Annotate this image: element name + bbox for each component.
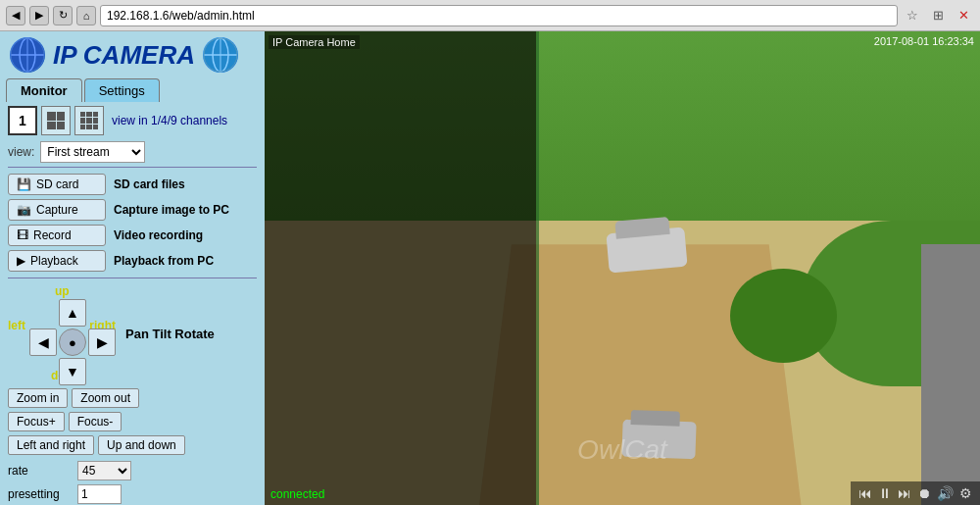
camera-overlay-label: IP Camera Home	[269, 35, 360, 49]
camera-status-text: connected	[270, 487, 324, 501]
divider-2	[8, 278, 257, 278]
playback-button[interactable]: ▶ Playback	[8, 250, 106, 272]
channel-1-button[interactable]: 1	[8, 106, 37, 135]
tab-monitor[interactable]: Monitor	[6, 78, 82, 102]
capture-desc: Capture image to PC	[114, 203, 229, 217]
presetting-input[interactable]	[77, 484, 122, 504]
camera-panel: IP Camera Home 2017-08-01 16:23:34 OwlCa…	[265, 31, 980, 505]
scene-grass2	[730, 269, 838, 364]
focus-row: Focus+ Focus-	[8, 412, 257, 431]
capture-button[interactable]: 📷 Capture	[8, 199, 106, 221]
ptz-grid: ▲ ◀ ● ▶ ▼	[29, 299, 116, 385]
ptz-up-label: up	[55, 284, 70, 298]
globe-right-icon	[203, 37, 238, 73]
tab-bar: Monitor Settings	[0, 78, 265, 102]
ptz-center-button[interactable]: ●	[59, 328, 86, 356]
ptz-section: up left right down ▲ ◀ ●	[0, 280, 265, 386]
ptz-left-button[interactable]: ◀	[29, 328, 57, 356]
playback-row: ▶ Playback Playback from PC	[8, 250, 257, 272]
playback-label: Playback	[30, 254, 78, 268]
zoom-out-button[interactable]: Zoom out	[72, 388, 139, 408]
record-icon: 🎞	[17, 228, 28, 242]
capture-row: 📷 Capture Capture image to PC	[8, 199, 257, 221]
record-desc: Video recording	[114, 228, 203, 242]
settings-section: rate 45 30 15 10 presetting	[0, 457, 265, 505]
record-label: Record	[33, 228, 72, 242]
sd-card-label: SD card	[36, 177, 78, 191]
nav-home-button[interactable]: ⌂	[76, 6, 96, 25]
rate-row: rate 45 30 15 10	[8, 461, 257, 480]
cam-settings-icon[interactable]: ⚙	[959, 485, 972, 501]
ptz-left-label: left	[8, 319, 25, 332]
nav-forward-button[interactable]: ▶	[29, 6, 49, 25]
camera-feed: IP Camera Home 2017-08-01 16:23:34 OwlCa…	[265, 31, 980, 505]
channel-1-icon: 1	[19, 113, 26, 128]
capture-icon: 📷	[17, 203, 31, 217]
left-right-button[interactable]: Left and right	[8, 435, 94, 455]
view-label: view:	[8, 145, 34, 159]
up-down-button[interactable]: Up and down	[98, 435, 185, 455]
building-right	[921, 244, 980, 505]
browser-chrome: ◀ ▶ ↻ ⌂ ☆ ⊞ ✕	[0, 0, 980, 31]
presetting-row: presetting	[8, 484, 257, 504]
channel-4-icon	[47, 112, 65, 129]
main-content: IP CAMERA Monitor Settings 1	[0, 31, 980, 505]
channel-4-button[interactable]	[41, 106, 71, 135]
divider-1	[8, 167, 257, 168]
focus-minus-button[interactable]: Focus-	[69, 412, 122, 431]
camera-timestamp: 2017-08-01 16:23:34	[874, 35, 974, 47]
url-bar[interactable]	[100, 5, 898, 26]
view-select[interactable]: First stream Second stream	[40, 141, 145, 163]
record-button[interactable]: 🎞 Record	[8, 225, 106, 246]
channel-9-button[interactable]	[74, 106, 104, 135]
presetting-label: presetting	[8, 487, 72, 501]
cam-record-icon[interactable]: ⏺	[917, 485, 931, 501]
rate-label: rate	[8, 464, 72, 478]
channel-section: 1 view in 1/4/9 channels	[0, 102, 265, 139]
zoom-row: Zoom in Zoom out	[8, 388, 257, 408]
header-logo: IP CAMERA	[0, 31, 265, 78]
channel-hint-text: view in 1/4/9 channels	[112, 114, 227, 127]
channel-9-icon	[80, 112, 98, 129]
camera-controls-bar: ⏮ ⏸ ⏭ ⏺ 🔊 ⚙	[851, 481, 980, 505]
capture-label: Capture	[36, 203, 78, 217]
menu-icon[interactable]: ⊞	[927, 5, 949, 26]
ptz-right-button[interactable]: ▶	[88, 328, 116, 356]
bookmark-icon[interactable]: ☆	[902, 5, 923, 26]
car-upper	[607, 227, 688, 273]
ptz-down-button[interactable]: ▼	[59, 358, 86, 385]
zoom-in-button[interactable]: Zoom in	[8, 388, 68, 408]
focus-plus-button[interactable]: Focus+	[8, 412, 65, 431]
ptz-desc-text: Pan Tilt Rotate	[125, 327, 215, 341]
view-row: view: First stream Second stream	[0, 139, 265, 165]
cam-pause-icon[interactable]: ⏸	[878, 485, 892, 501]
zoom-section: Zoom in Zoom out Focus+ Focus- Left and …	[0, 386, 265, 457]
nav-back-button[interactable]: ◀	[6, 6, 25, 25]
fence-pole	[536, 31, 539, 505]
cam-play-icon[interactable]: ⏮	[858, 485, 872, 501]
logo-text: IP CAMERA	[53, 40, 195, 71]
camera-scene: IP Camera Home 2017-08-01 16:23:34 OwlCa…	[265, 31, 980, 505]
playback-desc: Playback from PC	[114, 254, 214, 268]
globe-left-icon	[10, 37, 45, 73]
record-row: 🎞 Record Video recording	[8, 225, 257, 246]
cam-volume-icon[interactable]: 🔊	[937, 485, 954, 501]
close-browser-icon[interactable]: ✕	[953, 5, 974, 26]
left-panel: IP CAMERA Monitor Settings 1	[0, 31, 265, 505]
sd-card-icon: 💾	[17, 177, 31, 191]
playback-icon: ▶	[17, 254, 25, 268]
sd-card-button[interactable]: 💾 SD card	[8, 174, 106, 195]
sd-card-row: 💾 SD card SD card files	[8, 174, 257, 195]
ptz-up-button[interactable]: ▲	[59, 299, 86, 327]
camera-watermark: OwlCat	[577, 434, 667, 466]
nav-refresh-button[interactable]: ↻	[53, 6, 73, 25]
sd-card-desc: SD card files	[114, 177, 185, 191]
scene-shadow	[265, 31, 536, 505]
rate-select[interactable]: 45 30 15 10	[77, 461, 131, 480]
controls-section: 💾 SD card SD card files 📷 Capture Captur…	[0, 170, 265, 276]
cam-stop-icon[interactable]: ⏭	[898, 485, 911, 501]
tab-settings[interactable]: Settings	[84, 78, 160, 102]
lr-ud-row: Left and right Up and down	[8, 435, 257, 455]
